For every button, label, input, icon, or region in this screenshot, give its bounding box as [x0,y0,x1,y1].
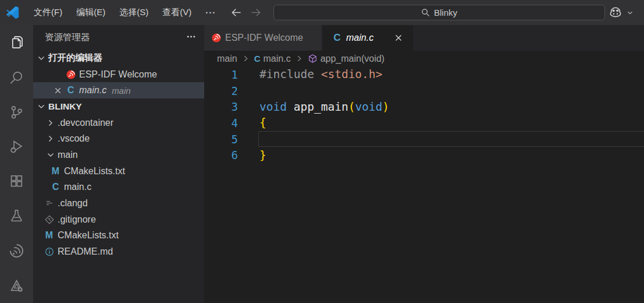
history-nav [229,0,262,25]
tree-item-main-c-file[interactable]: C main.c [33,179,204,196]
cmake-file-icon: M [44,231,54,241]
explorer-more-actions-icon[interactable] [186,31,196,44]
explorer-sidebar: 资源管理器 打开的编辑器 ESP-IDF Welcome C main.c m [33,25,204,303]
info-file-icon [44,247,54,257]
activitybar-espressif-idf[interactable] [0,234,33,269]
breadcrumb-folder[interactable]: main [217,54,237,64]
breadcrumbs: main C main.c app_main(void) [204,51,644,66]
workbench: 资源管理器 打开的编辑器 ESP-IDF Welcome C main.c m [0,25,644,303]
code-line-4: 4 { [204,115,644,131]
activitybar-search[interactable] [0,60,33,95]
tree-item-clangd[interactable]: .clangd [33,195,204,212]
espressif-file-icon [211,33,221,43]
tree-item-readme[interactable]: README.md [33,244,204,260]
chevron-down-icon [626,9,634,17]
tab-main-c[interactable]: C main.c [322,25,413,51]
sidebar-title: 资源管理器 [45,31,186,44]
symbol-method-icon [308,54,318,64]
settings-file-icon [44,199,54,209]
activitybar-explorer[interactable] [0,25,33,60]
activitybar-esp-idf-explorer[interactable] [0,268,33,303]
tree-item-main-cmakelists[interactable]: M CMakeLists.txt [33,163,204,179]
close-icon[interactable] [53,86,62,95]
menu-more-icon[interactable]: ··· [198,0,223,25]
code-line-6: 6 } [204,147,644,164]
menu-selection[interactable]: 选择(S) [112,0,155,25]
tab-esp-idf-welcome[interactable]: ESP-IDF Welcome [204,25,322,51]
go-back-button[interactable] [229,6,243,20]
close-icon[interactable] [393,32,404,44]
chevron-down-icon [37,102,46,111]
workspace-section-header[interactable]: BLINKY [33,98,204,115]
search-icon [9,69,24,85]
tree-item-main-folder[interactable]: main [33,147,204,163]
tree-item-devcontainer[interactable]: .devcontainer [33,115,204,131]
command-center-search[interactable]: Blinky [273,5,605,20]
line-number: 2 [204,84,238,97]
line-number: 4 [204,117,238,129]
tree-item-gitignore[interactable]: .gitignore [33,212,204,228]
extensions-icon [9,174,24,189]
menu-bar: 文件(F) 编辑(E) 选择(S) 查看(V) ··· [27,0,223,25]
breadcrumb-symbol[interactable]: app_main(void) [308,54,385,64]
vscode-logo-icon [6,6,19,19]
activity-bar [0,25,33,303]
source-control-icon [9,104,24,120]
chevron-down-icon [46,150,55,160]
sidebar-header: 资源管理器 [33,25,204,50]
activitybar-extensions[interactable] [0,164,33,199]
cmake-file-icon: M [51,166,61,176]
line-number: 1 [204,68,238,81]
activitybar-testing[interactable] [0,199,33,234]
espressif-logo-icon [9,243,24,259]
git-file-icon [44,214,54,224]
chevron-right-icon [241,54,250,63]
breadcrumb-file[interactable]: C main.c [254,54,291,64]
menu-view[interactable]: 查看(V) [155,0,198,25]
testing-beaker-icon [9,208,24,224]
open-editor-esp-idf-welcome[interactable]: ESP-IDF Welcome [33,66,204,83]
open-editor-main-c[interactable]: C main.c main [33,82,204,98]
menu-file[interactable]: 文件(F) [27,0,69,25]
code-line-2: 2 [204,83,644,99]
code-line-3: 3 void app_main(void) [204,98,644,115]
line-number: 3 [204,100,238,113]
tab-bar: ESP-IDF Welcome C main.c [204,25,644,51]
tree-item-cmakelists[interactable]: M CMakeLists.txt [33,228,204,244]
code-editor[interactable]: 1 #include <stdio.h> 2 3 void app_main(v… [204,66,644,303]
open-editors-section-header[interactable]: 打开的编辑器 [33,50,204,66]
esp-idf-tools-icon [9,278,24,294]
line-number: 6 [204,149,238,161]
command-center-text: Blinky [434,8,457,17]
chevron-right-icon [46,134,55,143]
editor-group: ESP-IDF Welcome C main.c main C main.c [204,25,644,303]
menu-edit[interactable]: 编辑(E) [69,0,112,25]
activitybar-source-control[interactable] [0,94,33,129]
c-file-icon: C [51,182,61,192]
files-icon [9,34,24,50]
line-number: 5 [204,133,238,146]
tree-item-vscode[interactable]: .vscode [33,131,204,147]
copilot-menu[interactable] [609,0,634,25]
code-line-5-current: 5 [204,131,644,147]
c-file-icon: C [254,54,261,64]
search-icon [421,8,430,17]
c-file-icon: C [66,86,76,96]
title-bar: 文件(F) 编辑(E) 选择(S) 查看(V) ··· Blinky [0,0,644,25]
chevron-right-icon [295,54,304,63]
copilot-icon [609,6,622,20]
chevron-right-icon [46,118,55,128]
c-file-icon: C [332,33,342,43]
chevron-down-icon [37,54,46,63]
espressif-file-icon [66,69,76,79]
code-line-1: 1 #include <stdio.h> [204,66,644,83]
current-line-highlight [258,131,644,147]
run-debug-icon [9,139,24,154]
vscode-window: 文件(F) 编辑(E) 选择(S) 查看(V) ··· Blinky [0,0,644,303]
go-forward-button[interactable] [248,6,262,20]
activitybar-run-debug[interactable] [0,129,33,164]
